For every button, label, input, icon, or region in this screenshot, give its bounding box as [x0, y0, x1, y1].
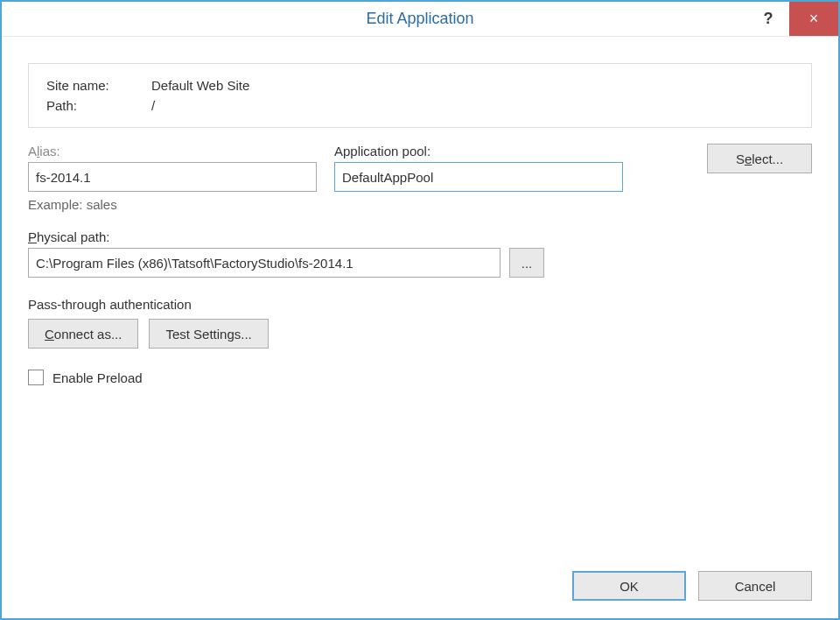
- auth-section-label: Pass-through authentication: [28, 297, 812, 312]
- site-info-box: Site name: Default Web Site Path: /: [28, 63, 812, 128]
- app-pool-input[interactable]: [334, 162, 623, 192]
- close-button[interactable]: ×: [789, 2, 838, 36]
- path-row: Path: /: [46, 98, 794, 113]
- auth-buttons-row: Connect as... Test Settings...: [28, 319, 812, 349]
- titlebar: Edit Application ? ×: [2, 2, 838, 37]
- ok-button[interactable]: OK: [572, 571, 686, 601]
- dialog-footer: OK Cancel: [572, 571, 812, 601]
- site-name-label: Site name:: [46, 78, 151, 93]
- enable-preload-label: Enable Preload: [52, 370, 143, 385]
- path-value: /: [151, 98, 155, 113]
- select-app-pool-button[interactable]: Select...: [707, 144, 812, 173]
- enable-preload-checkbox[interactable]: [28, 370, 44, 385]
- dialog-title: Edit Application: [281, 2, 560, 36]
- alias-input[interactable]: [28, 162, 317, 192]
- help-button[interactable]: ?: [747, 2, 789, 36]
- alias-example: Example: sales: [28, 197, 317, 212]
- cancel-button[interactable]: Cancel: [698, 571, 812, 601]
- site-name-row: Site name: Default Web Site: [46, 78, 794, 93]
- titlebar-controls: ? ×: [559, 2, 838, 36]
- dialog-window: Edit Application ? × Site name: Default …: [0, 0, 840, 620]
- app-pool-label: Application pool:: [334, 144, 623, 159]
- physical-path-section: Physical path: ...: [28, 229, 812, 278]
- alias-column: Alias: Example: sales: [28, 144, 317, 212]
- browse-button[interactable]: ...: [509, 248, 544, 278]
- connect-as-button[interactable]: Connect as...: [28, 319, 138, 349]
- physical-path-label: Physical path:: [28, 229, 812, 244]
- alias-pool-row: Alias: Example: sales Application pool: …: [28, 144, 812, 212]
- test-settings-button[interactable]: Test Settings...: [149, 319, 268, 349]
- preload-row: Enable Preload: [28, 370, 812, 385]
- alias-label: Alias:: [28, 144, 317, 159]
- site-name-value: Default Web Site: [151, 78, 249, 93]
- physical-path-input[interactable]: [28, 248, 500, 278]
- titlebar-spacer: [2, 2, 281, 36]
- path-label: Path:: [46, 98, 151, 113]
- close-icon: ×: [809, 10, 819, 28]
- select-column: Select...: [640, 144, 812, 173]
- dialog-content: Site name: Default Web Site Path: / Alia…: [2, 37, 838, 403]
- app-pool-column: Application pool:: [334, 144, 623, 192]
- physical-path-row: ...: [28, 248, 812, 278]
